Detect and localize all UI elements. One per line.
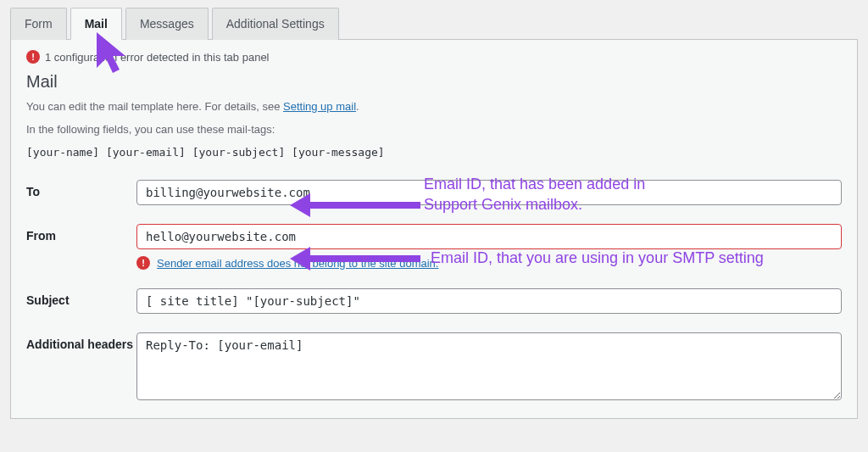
tab-form[interactable]: Form [10, 8, 67, 40]
from-validation: ! Sender email address does not belong t… [136, 256, 842, 270]
mail-tags-list: [your-name] [your-email] [your-subject] … [26, 144, 842, 162]
tabs: Form Mail Messages Additional Settings [10, 7, 858, 40]
subject-label: Subject [26, 288, 136, 307]
config-error-alert: ! 1 configuration error detected in this… [26, 50, 842, 64]
setting-up-mail-link[interactable]: Setting up mail [283, 100, 356, 113]
from-label: From [26, 224, 136, 243]
mail-panel: ! 1 configuration error detected in this… [10, 40, 858, 419]
subject-input[interactable] [136, 288, 842, 314]
alert-text: 1 configuration error detected in this t… [45, 51, 270, 64]
tab-mail[interactable]: Mail [70, 8, 122, 40]
to-input[interactable] [136, 180, 842, 205]
alert-icon: ! [26, 50, 40, 64]
to-label: To [26, 180, 136, 198]
alert-icon: ! [136, 256, 150, 270]
mail-heading: Mail [26, 72, 842, 92]
additional-headers-textarea[interactable] [136, 332, 842, 400]
from-input[interactable] [136, 224, 842, 249]
additional-headers-label: Additional headers [26, 332, 136, 351]
from-validation-link[interactable]: Sender email address does not belong to … [157, 257, 438, 270]
tab-messages[interactable]: Messages [125, 8, 209, 40]
mail-desc-1: You can edit the mail template here. For… [26, 98, 842, 116]
tab-additional-settings[interactable]: Additional Settings [212, 8, 339, 40]
mail-desc-2: In the following fields, you can use the… [26, 121, 842, 139]
